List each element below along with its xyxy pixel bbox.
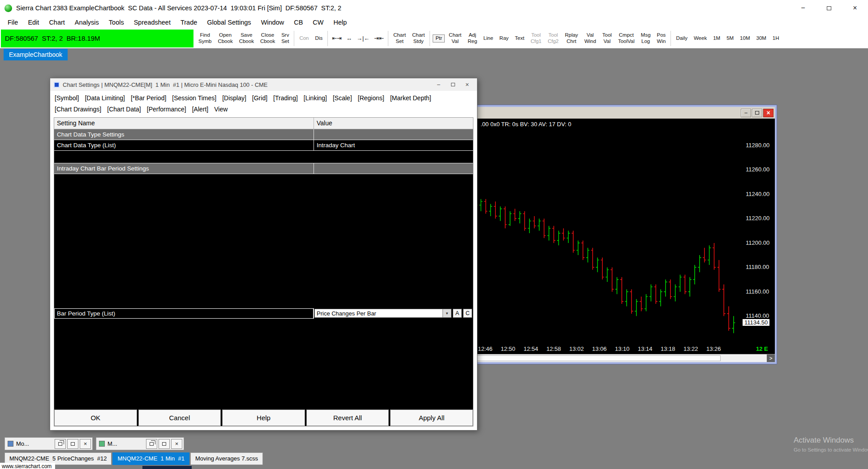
toolbar-button-find-symb[interactable]: Find Symb [196,32,214,45]
minimize-button[interactable]: − [790,0,816,16]
dialog-tab-chart-data[interactable]: [Chart Data] [107,104,141,115]
c-button[interactable]: C [463,309,472,318]
help-button[interactable]: Help [222,409,305,426]
toolbar-button-dis[interactable]: Dis [313,35,325,42]
dialog-minimize-button[interactable]: − [431,78,446,91]
dialog-close-button[interactable]: × [460,78,474,91]
chart-window-title-bar[interactable]: − × [468,107,775,119]
dialog-tab-trading[interactable]: [Trading] [273,93,298,104]
increase-bar-width-icon[interactable]: →|← [355,34,371,42]
menu-window[interactable]: Window [256,19,289,26]
restore-button[interactable] [146,439,157,449]
dialog-tab-view[interactable]: View [214,104,228,115]
cancel-button[interactable]: Cancel [138,409,221,426]
menu-cw[interactable]: CW [308,19,328,26]
dialog-tab-chart-drawings[interactable]: [Chart Drawings] [55,104,101,115]
menu-chart[interactable]: Chart [44,19,69,26]
chart-tab-moving-averages-7-scss[interactable]: Moving Averages 7.scss [190,452,263,465]
revert-all-button[interactable]: Revert All [306,409,389,426]
toolbar-button-5m[interactable]: 5M [724,35,736,42]
menu-analysis[interactable]: Analysis [70,19,104,26]
toolbar-button-tool-val[interactable]: Tool Val [600,32,614,45]
dialog-tab-symbol[interactable]: [Symbol] [55,93,79,104]
toolbar-button-ray[interactable]: Ray [497,35,511,42]
toolbar-button-ptr[interactable]: Ptr [433,34,445,43]
increase-bar-spacing-icon[interactable]: ⇤⇥ [331,34,343,42]
price-scale[interactable]: 11134.50 11280.0011260.0011240.0011220.0… [742,119,775,344]
close-button[interactable]: × [171,439,182,449]
menu-edit[interactable]: Edit [23,19,44,26]
toolbar-button-1m[interactable]: 1M [711,35,722,42]
chart-area[interactable]: .00 0x0 TR: 0s BV: 30 AV: 17 DV: 0 11134… [468,119,775,362]
toolbar-button-chart-set[interactable]: Chart Set [391,32,408,45]
dialog-tab-scale[interactable]: [Scale] [333,93,352,104]
chart-scrollbar[interactable]: > [468,354,775,362]
ok-button[interactable]: OK [54,409,137,426]
dialog-tab-bar-period[interactable]: [*Bar Period] [131,93,166,104]
toolbar-button-con[interactable]: Con [297,35,311,42]
toolbar-button-cmpct-toolval[interactable]: Cmpct ToolVal [616,32,637,45]
toolbar-button-week[interactable]: Week [692,35,709,42]
menu-spreadsheet[interactable]: Spreadsheet [129,19,176,26]
dialog-maximize-button[interactable] [446,78,460,91]
decrease-bar-spacing-icon[interactable]: ↔ [345,34,353,42]
toolbar-button-tool-cfg2[interactable]: Tool Cfg2 [546,32,561,45]
time-axis[interactable]: 12 E 12:4612:5012:5412:5813:0213:0613:10… [468,344,775,354]
chart-close-button[interactable]: × [763,109,773,117]
dialog-tab-regions[interactable]: [Regions] [358,93,384,104]
maximize-button[interactable] [67,439,78,449]
toolbar-button-30m[interactable]: 30M [754,35,768,42]
toolbar-button-save-cbook[interactable]: Save Cbook [237,32,256,45]
dialog-tab-market-depth[interactable]: [Market Depth] [390,93,431,104]
toolbar-button-10m[interactable]: 10M [738,35,752,42]
toolbar-button-close-cbook[interactable]: Close Cbook [258,32,277,45]
dialog-tab-performance[interactable]: [Performance] [147,104,186,115]
scrollbar-thumb[interactable] [468,355,721,361]
minimized-window-2[interactable]: M...× [96,437,184,450]
a-button[interactable]: A [453,309,462,318]
toolbar-button-adj-reg[interactable]: Adj Reg [465,32,479,45]
dialog-tab-display[interactable]: [Display] [222,93,246,104]
toolbar-button-chart-stdy[interactable]: Chart Stdy [410,32,427,45]
toolbar-button-val-wind[interactable]: Val Wind [582,32,598,45]
toolbar-button-srv-set[interactable]: Srv Set [279,32,291,45]
dialog-tab-grid[interactable]: [Grid] [252,93,267,104]
toolbar-button-line[interactable]: Line [481,35,495,42]
toolbar-button-tool-cfg1[interactable]: Tool Cfg1 [529,32,544,45]
close-button[interactable]: × [842,0,868,16]
menu-file[interactable]: File [3,19,23,26]
menu-trade[interactable]: Trade [176,19,202,26]
chart-maximize-button[interactable] [752,109,762,117]
chartbook-tab[interactable]: ExampleChartbook [4,49,68,60]
toolbar-button-msg-log[interactable]: Msg Log [639,32,653,45]
dialog-tab-data-limiting[interactable]: [Data Limiting] [85,93,125,104]
combo-dropdown-button[interactable]: ▼ [443,309,451,318]
menu-cb[interactable]: CB [289,19,308,26]
toolbar-button-1h[interactable]: 1H [770,35,782,42]
toolbar-button-pos-win[interactable]: Pos Win [655,32,668,45]
apply-all-button[interactable]: Apply All [390,409,473,426]
toolbar-button-daily[interactable]: Daily [674,35,690,42]
combo-selected-value[interactable]: Price Changes Per Bar [314,309,443,318]
minimized-window-1[interactable]: Mo...× [4,437,93,450]
chart-tab-mnqm22-cme-1-min-1[interactable]: MNQM22-CME 1 Min #1 [112,452,189,465]
maximize-button[interactable] [816,0,842,16]
menu-global-settings[interactable]: Global Settings [202,19,256,26]
restore-button[interactable] [55,439,66,449]
decrease-bar-width-icon[interactable]: ⇥⇤ [373,34,385,42]
close-button[interactable]: × [80,439,91,449]
chart-minimize-button[interactable]: − [741,109,751,117]
toolbar-button-chart-val[interactable]: Chart Val [447,32,464,45]
setting-row-bar-period-type-list[interactable]: Bar Period Type (List)Price Changes Per … [54,174,473,408]
dialog-tab-alert[interactable]: [Alert] [192,104,209,115]
toolbar-button-rplay-chrt[interactable]: Rplay Chrt [563,32,580,45]
toolbar-button-open-cbook[interactable]: Open Cbook [215,32,235,45]
menu-tools[interactable]: Tools [104,19,129,26]
maximize-button[interactable] [159,439,170,449]
dialog-tab-session-times[interactable]: [Session Times] [172,93,216,104]
scroll-right-button[interactable]: > [767,354,775,362]
toolbar-button-text[interactable]: Text [513,35,527,42]
setting-row-chart-data-type-list[interactable]: Chart Data Type (List)Intraday Chart [54,140,473,151]
menu-help[interactable]: Help [329,19,352,26]
dialog-title-bar[interactable]: Chart Settings | MNQM22-CME[M] 1 Min #1 … [50,78,477,91]
